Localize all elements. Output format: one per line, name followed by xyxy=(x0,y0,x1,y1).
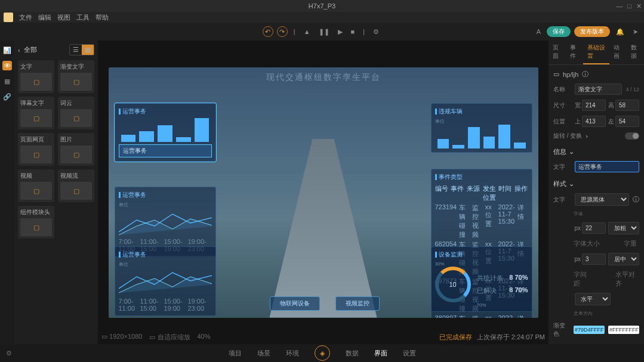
road-graphic xyxy=(270,139,377,318)
bottombar: 项目 场景 环境 ◈ 数据 界面 设置 ⚙ xyxy=(0,344,644,362)
bell-icon[interactable]: 🔔 xyxy=(614,28,627,36)
panel-title: 违规车辆 xyxy=(435,107,528,116)
canvas-info: ▭ 1920×1080 ▭ 自适应缩放 40% xyxy=(101,333,211,342)
menu-view[interactable]: 视图 xyxy=(57,13,70,22)
panel-topright[interactable]: 违规车辆 单位 xyxy=(431,103,532,153)
list-view-icon[interactable]: ☰ xyxy=(70,45,82,55)
canvas[interactable]: 现代交通枢纽数字孪生平台 运营事务 运营事务 运营事务 单位 7:00-11:0… xyxy=(98,41,549,344)
name-label: 名称 xyxy=(553,85,571,94)
name-input[interactable] xyxy=(575,83,622,95)
view-toggle[interactable]: ☰ ▦ xyxy=(69,44,94,55)
font-select[interactable]: 思源黑体 xyxy=(575,193,629,206)
minimize-icon[interactable]: — xyxy=(616,2,623,10)
asset-item[interactable]: 视频▢ xyxy=(18,169,54,202)
donut-chart: 10 xyxy=(435,267,471,302)
tab-env[interactable]: 环境 xyxy=(286,349,299,358)
chevron-right-icon[interactable]: › xyxy=(586,132,588,140)
undo-icon[interactable]: ↶ xyxy=(263,26,273,37)
asset-item[interactable]: 视频流▢ xyxy=(58,169,94,202)
tab-project[interactable]: 项目 xyxy=(229,349,242,358)
menu-file[interactable]: 文件 xyxy=(19,13,32,22)
text-tool-icon[interactable]: A xyxy=(534,28,543,35)
panel-title: 运营事务 xyxy=(119,191,212,199)
table-row[interactable]: 380897车辆碰撞监控视频xx位置2022-11-7 15:30详情 xyxy=(435,314,528,318)
color2-swatch[interactable]: #FFFFFFFF xyxy=(608,326,639,334)
menu-edit[interactable]: 编辑 xyxy=(38,13,51,22)
direction-select[interactable]: 水平 xyxy=(575,293,611,305)
spacing-input[interactable] xyxy=(582,253,606,265)
tab-bsettings[interactable]: 设置 xyxy=(403,349,416,358)
table-row[interactable]: 723194车辆碰撞监控视频xx位置2022-11-7 15:30详情 xyxy=(435,203,528,240)
asset-item[interactable]: 弹幕文字▢ xyxy=(18,97,54,129)
video-button[interactable]: 视频监控 xyxy=(335,296,380,311)
text-icon: ▢ xyxy=(20,109,52,127)
panel-botleft[interactable]: 运营事务 单位 7:00-11:00 11:00-15:00 15:00-19:… xyxy=(115,246,216,316)
panel-topleft[interactable]: 运营事务 运营事务 xyxy=(115,103,216,162)
panel-title: 运营事务 xyxy=(119,107,212,116)
asset-item[interactable]: 页面网页▢ xyxy=(18,133,54,166)
panel-title: 运营事务 xyxy=(119,250,212,259)
text-input[interactable] xyxy=(575,161,639,172)
asset-item[interactable]: 文字▢ xyxy=(18,60,54,93)
tab-scene[interactable]: 场景 xyxy=(257,349,270,358)
layers-icon[interactable]: ▦ xyxy=(2,76,12,86)
asset-tab-all[interactable]: 全部 xyxy=(24,45,37,54)
tab-data[interactable]: 数据 xyxy=(627,41,644,64)
grid-view-icon[interactable]: ▦ xyxy=(82,45,94,55)
stop-icon[interactable]: ■ xyxy=(349,28,358,35)
tab-page[interactable]: 页面 xyxy=(549,41,566,64)
panel-midleft[interactable]: 运营事务 单位 7:00-11:00 11:00-15:00 15:00-19:… xyxy=(115,187,216,256)
close-icon[interactable]: ✕ xyxy=(636,2,642,10)
tab-bdata[interactable]: 数据 xyxy=(346,349,359,358)
chart-icon[interactable]: 📊 xyxy=(2,45,12,55)
maximize-icon[interactable]: □ xyxy=(627,2,631,10)
style-section[interactable]: 样式 ⌄ xyxy=(553,180,639,188)
tab-event[interactable]: 事件 xyxy=(566,41,583,64)
eye-icon[interactable]: 👁 xyxy=(2,61,12,70)
asset-item[interactable]: 组件模块头▢ xyxy=(18,206,54,239)
link-icon[interactable]: 🔗 xyxy=(2,92,12,101)
height-input[interactable] xyxy=(615,100,639,111)
gradient-label: 渐变色 xyxy=(553,321,570,338)
asset-item[interactable]: 词云▢ xyxy=(58,97,94,129)
tab-anim[interactable]: 动画 xyxy=(609,41,627,64)
menubar: 文件 编辑 视图 工具 帮助 xyxy=(0,12,644,23)
fontweight-select[interactable]: 加粗 xyxy=(608,222,639,234)
asset-item[interactable]: 渐变文字▢ xyxy=(58,60,94,93)
help-icon[interactable]: ⓘ xyxy=(582,70,588,79)
publish-button[interactable]: 发布版本 xyxy=(574,26,610,37)
menu-help[interactable]: 帮助 xyxy=(95,13,109,22)
info-section[interactable]: 信息 ⌄ xyxy=(553,147,639,156)
pos-x-input[interactable] xyxy=(582,116,606,127)
pos-y-input[interactable] xyxy=(615,116,639,127)
iot-button[interactable]: 物联网设备 xyxy=(270,296,320,311)
bar-chart xyxy=(435,125,528,148)
settings-icon[interactable]: ⚙ xyxy=(371,28,381,36)
video-icon: ▢ xyxy=(20,182,52,200)
gear-icon[interactable]: ⚙ xyxy=(6,349,12,357)
width-input[interactable] xyxy=(582,100,606,111)
save-button[interactable]: 保存 xyxy=(547,26,571,37)
play-icon[interactable]: ▶ xyxy=(335,28,345,36)
send-icon[interactable]: ➤ xyxy=(630,28,640,36)
transform-toggle[interactable] xyxy=(625,132,639,140)
selected-label[interactable]: 运营事务 xyxy=(119,144,212,157)
tab-basic[interactable]: 基础设置 xyxy=(583,41,609,64)
asset-item[interactable]: 图片▢ xyxy=(58,133,94,166)
panel-botright[interactable]: 设备监测 30% 10 共统计条8 70% 已解决8 70% 70% xyxy=(431,246,532,312)
tab-ui[interactable]: 界面 xyxy=(374,349,387,358)
redo-icon[interactable]: ↷ xyxy=(277,26,288,37)
cursor-icon[interactable]: ▲ xyxy=(301,28,313,35)
property-tabs: 页面 事件 基础设置 动画 数据 xyxy=(549,41,644,65)
back-icon[interactable]: ‹ xyxy=(18,47,20,54)
menu-tools[interactable]: 工具 xyxy=(76,13,90,22)
center-icon[interactable]: ◈ xyxy=(315,345,330,361)
color1-swatch[interactable]: #79D4FFFF xyxy=(574,326,605,334)
help-icon[interactable]: ⓘ xyxy=(633,195,639,204)
align-select[interactable]: 居中 xyxy=(608,253,639,265)
text-icon: ▢ xyxy=(20,73,52,91)
video-icon: ▢ xyxy=(60,182,92,200)
fontsize-input[interactable] xyxy=(582,222,606,234)
app-logo-icon xyxy=(4,13,13,22)
pause-icon[interactable]: ❚❚ xyxy=(316,28,332,36)
